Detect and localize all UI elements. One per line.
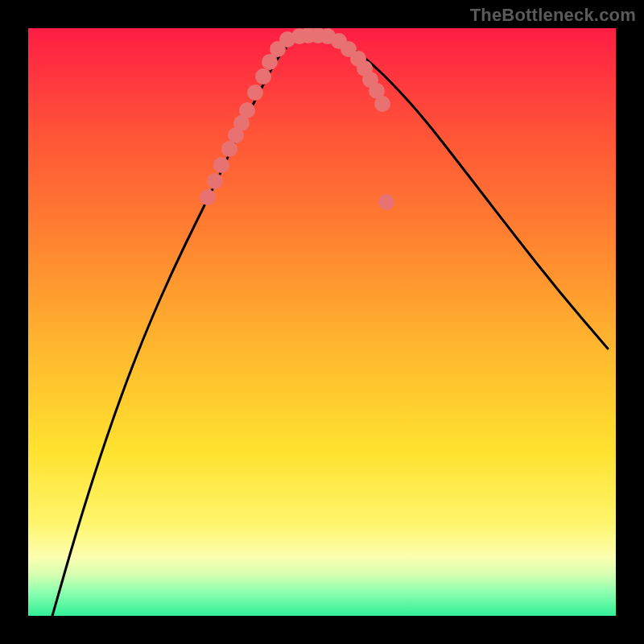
data-point-marker (207, 173, 223, 189)
data-point-marker (374, 96, 390, 112)
data-point-marker (378, 194, 394, 210)
data-point-marker (213, 157, 229, 173)
plot-area (28, 28, 616, 616)
markers-layer (200, 28, 394, 210)
chart-frame: TheBottleneck.com (0, 0, 644, 644)
data-point-marker (200, 189, 216, 205)
data-point-marker (247, 85, 263, 101)
curve-layer (52, 35, 608, 616)
data-point-marker (239, 102, 255, 118)
data-point-marker (221, 141, 237, 157)
watermark-text: TheBottleneck.com (470, 5, 636, 26)
data-point-marker (255, 68, 271, 85)
chart-svg (28, 28, 616, 616)
bottleneck-curve (52, 35, 608, 616)
